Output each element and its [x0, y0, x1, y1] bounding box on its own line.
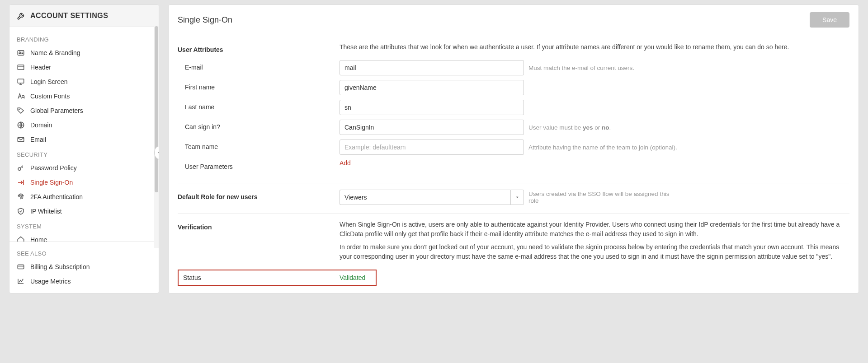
credit-card-icon [17, 263, 25, 271]
main-panel: Single Sign-On Save User Attributes Thes… [168, 5, 859, 293]
key-icon [17, 164, 25, 172]
sidebar-item-email[interactable]: Email [9, 132, 159, 147]
group-branding-label: BRANDING [9, 32, 159, 46]
svg-point-7 [19, 109, 20, 110]
status-value: Validated [340, 274, 365, 281]
shield-check-icon [17, 207, 25, 215]
status-label: Status [183, 274, 340, 281]
mail-icon [17, 135, 25, 144]
email-attribute-input[interactable] [340, 60, 524, 75]
sidebar-item-ip-whitelist[interactable]: IP Whitelist [9, 204, 159, 219]
default-role-value: Viewers [340, 190, 510, 205]
sidebar-item-home[interactable]: Home [9, 233, 159, 242]
sidebar-item-name-branding[interactable]: Name & Branding [9, 46, 159, 60]
layout-header-icon [17, 63, 25, 71]
globe-icon [17, 121, 25, 129]
sidebar-body: BRANDING Name & Branding Header Login Sc… [9, 27, 159, 242]
sidebar-item-label: Email [30, 136, 46, 143]
status-row: Status Validated [178, 270, 377, 286]
fingerprint-icon [17, 193, 25, 201]
first-name-attribute-input[interactable] [340, 80, 524, 95]
group-system-label: SYSTEM [9, 219, 159, 233]
sidebar-item-label: Billing & Subscription [30, 263, 90, 270]
user-attributes-description: These are the attributes that we look fo… [340, 42, 789, 52]
can-sign-in-attribute-input[interactable] [340, 120, 524, 135]
sidebar-item-label: IP Whitelist [30, 208, 62, 215]
svg-rect-4 [18, 79, 24, 83]
verification-p2: In order to make sure you don't get lock… [340, 242, 849, 261]
section-user-attributes: User Attributes These are the attributes… [178, 42, 849, 183]
svg-point-1 [19, 52, 20, 53]
sidebar-item-label: Global Parameters [30, 107, 83, 114]
sidebar-item-global-parameters[interactable]: Global Parameters [9, 103, 159, 118]
sidebar-item-label: 2FA Authentication [30, 193, 83, 200]
chevron-down-icon[interactable] [510, 190, 524, 205]
save-button[interactable]: Save [810, 12, 849, 28]
sidebar-item-login-screen[interactable]: Login Screen [9, 74, 159, 89]
sidebar-footer: SEE ALSO Billing & Subscription Usage Me… [9, 242, 159, 293]
sidebar-scrollbar[interactable] [154, 26, 159, 248]
user-parameters-label: User Parameters [178, 159, 340, 170]
team-name-hint: Attribute having the name of the team to… [528, 144, 677, 151]
sidebar-item-label: Name & Branding [30, 49, 80, 56]
can-sign-in-hint: User value must be yes or no. [528, 124, 611, 131]
section-verification: Verification When Single Sign-On is acti… [178, 220, 849, 286]
verification-p1: When Single Sign-On is active, users are… [340, 220, 849, 239]
email-label: E-mail [178, 60, 340, 71]
monitor-icon [17, 78, 25, 86]
sidebar-item-usage-metrics[interactable]: Usage Metrics [9, 274, 159, 289]
last-name-attribute-input[interactable] [340, 100, 524, 115]
sidebar-item-label: Single Sign-On [30, 179, 73, 186]
section-default-role: Default Role for new users Viewers Users… [178, 190, 849, 214]
main-body: User Attributes These are the attributes… [169, 35, 859, 293]
svg-rect-2 [18, 65, 24, 70]
home-icon [17, 236, 25, 242]
sidebar-item-custom-fonts[interactable]: Custom Fonts [9, 89, 159, 103]
sidebar-header: ACCOUNT SETTINGS [9, 5, 159, 27]
chart-line-icon [17, 277, 25, 285]
team-name-attribute-input[interactable] [340, 140, 524, 155]
group-security-label: SECURITY [9, 147, 159, 161]
main-header: Single Sign-On Save [169, 5, 859, 35]
sidebar-item-label: Header [30, 64, 51, 71]
sidebar-item-domain[interactable]: Domain [9, 118, 159, 132]
svg-point-10 [18, 168, 21, 170]
svg-rect-0 [18, 51, 24, 56]
default-role-hint: Users created via the SSO flow will be a… [528, 191, 673, 204]
sidebar-item-label: Login Screen [30, 78, 68, 85]
wrench-icon [17, 11, 26, 20]
group-see-also-label: SEE ALSO [9, 246, 159, 260]
default-role-select[interactable]: Viewers [340, 190, 524, 205]
sidebar-item-single-sign-on[interactable]: Single Sign-On [9, 175, 159, 190]
email-hint: Must match the e-mail of current users. [528, 65, 634, 71]
user-attributes-heading: User Attributes [178, 42, 340, 53]
typography-icon [17, 92, 25, 100]
sidebar-item-label: Domain [30, 121, 52, 129]
verification-heading: Verification [178, 220, 340, 231]
sidebar-item-billing[interactable]: Billing & Subscription [9, 260, 159, 274]
first-name-label: First name [178, 80, 340, 91]
sidebar: ACCOUNT SETTINGS BRANDING Name & Brandin… [9, 5, 159, 293]
sidebar-item-header[interactable]: Header [9, 60, 159, 74]
sidebar-item-label: Usage Metrics [30, 278, 71, 285]
team-name-label: Team name [178, 140, 340, 150]
sidebar-item-2fa[interactable]: 2FA Authentication [9, 190, 159, 204]
page-title: Single Sign-On [178, 15, 232, 25]
id-card-icon [17, 49, 25, 57]
default-role-label: Default Role for new users [178, 190, 340, 200]
sidebar-item-password-policy[interactable]: Password Policy [9, 161, 159, 175]
can-sign-in-label: Can sign in? [178, 120, 340, 130]
sidebar-item-label: Home [30, 236, 47, 242]
sidebar-item-label: Password Policy [30, 164, 77, 172]
tag-icon [17, 107, 25, 115]
sidebar-item-label: Custom Fonts [30, 93, 70, 100]
last-name-label: Last name [178, 100, 340, 111]
add-user-parameter-link[interactable]: Add [340, 159, 351, 167]
sidebar-title: ACCOUNT SETTINGS [30, 12, 108, 20]
svg-rect-11 [18, 265, 24, 269]
login-arrow-icon [17, 178, 25, 186]
